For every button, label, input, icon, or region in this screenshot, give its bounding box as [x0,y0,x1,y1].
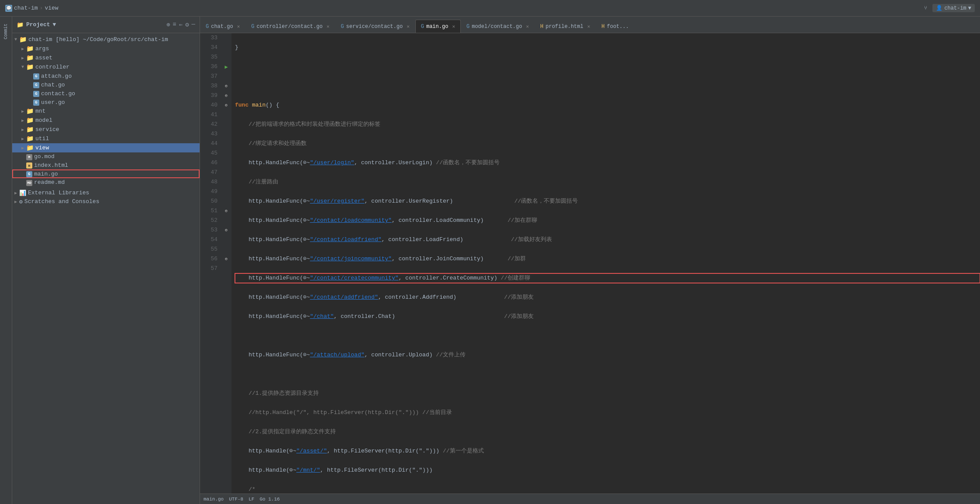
gutter-icons: ▶ ⊕ ⊕ ⊕ ⊕ ⊕ ⊕ [221,33,231,494]
tree-item-chat-go[interactable]: ▶ G chat.go [12,80,200,89]
tab-main-go[interactable]: G main.go ✕ [415,20,461,33]
user-name: chat-im [944,5,966,11]
code-line-44: http.HandleFunc(⊙~"/contact/joincommunit… [235,254,980,264]
expand-icon[interactable]: ≡ [173,21,176,28]
code-line-51: //1.提供静态资源目录支持 [235,389,980,398]
code-line-41: http.HandleFunc(⊙~"/user/register", cont… [235,197,980,206]
tree-item-index-html[interactable]: ▶ H index.html [12,161,200,170]
code-line-53: //2.提供指定目录的静态文件支持 [235,427,980,437]
commit-label[interactable]: Commit [3,24,8,39]
tree-label-util: util [35,135,49,142]
left-strip: Commit [0,17,12,504]
project-name: chat-im [14,5,38,11]
code-area[interactable]: } func main() { //把前端请求的格式和封装处理函数进行绑定的标签… [231,33,980,494]
line-num-51: 51 [202,206,217,216]
tab-controller-contact-go[interactable]: G controller/contact.go ✕ [245,20,335,33]
tab-close-service-contact[interactable]: ✕ [407,24,410,29]
line-num-33: 33 [202,33,217,43]
tree-item-main-go[interactable]: ▶ G main.go [12,169,200,178]
tab-label-foot: foot... [607,24,629,30]
tab-close-main-go[interactable]: ✕ [452,24,455,29]
tree-item-mnt[interactable]: ▶ 📁 mnt [12,107,200,116]
settings-icon[interactable]: ⚙ [185,21,189,28]
code-line-38: //绑定请求和处理函数 [235,139,980,148]
tab-icon-foot: H [601,24,604,30]
tab-model-contact-go[interactable]: G model/contact.go ✕ [461,20,535,33]
tab-service-contact-go[interactable]: G service/contact.go ✕ [335,20,415,33]
tab-close-controller-contact[interactable]: ✕ [327,24,330,29]
line-num-48: 48 [202,177,217,187]
tree-item-external-libs[interactable]: ▶ 📊 External Libraries [12,189,200,197]
tab-close-model-contact[interactable]: ✕ [526,24,529,29]
tree-label-scratches: Scratches and Consoles [24,198,100,205]
gutter-36-run[interactable]: ▶ [221,62,231,72]
gutter-56-bk: ⊕ [221,254,231,264]
tab-profile-html[interactable]: H profile.html ✕ [535,20,596,33]
folder-icon-root: 📁 [19,36,27,43]
vcs-icon[interactable]: ⑂ [924,5,927,11]
project-dropdown-icon[interactable]: ▼ [53,21,56,28]
scope-icon[interactable]: ⊕ [166,21,170,28]
tree-item-service[interactable]: ▶ 📁 service [12,125,200,134]
project-folder-icon: 📁 [17,21,24,28]
line-num-53: 53 [202,225,217,235]
app-icon: 💬 [5,5,12,12]
tree-arrow-service: ▶ [19,127,26,132]
breadcrumb-sep: › [40,5,43,11]
tab-close-chat-go[interactable]: ✕ [237,24,240,29]
line-num-35: 35 [202,52,217,62]
line-num-44: 44 [202,139,217,148]
gutter-49 [221,187,231,197]
minimize-icon[interactable]: ─ [192,21,195,28]
tab-icon-chat-go: G [206,24,209,30]
tree-item-util[interactable]: ▶ 📁 util [12,134,200,143]
tree-item-attach-go[interactable]: ▶ G attach.go [12,72,200,80]
tree-arrow-ext-libs: ▶ [12,190,19,196]
code-line-36: func main() { [235,100,980,110]
tab-icon-profile-html: H [540,24,543,30]
line-num-37: 37 [202,72,217,81]
line-num-46: 46 [202,158,217,168]
tab-foot[interactable]: H foot... [596,20,635,33]
tree-item-asset[interactable]: ▶ 📁 asset [12,53,200,62]
gutter-52 [221,216,231,225]
line-num-56: 56 [202,254,217,264]
tab-close-profile-html[interactable]: ✕ [587,24,590,29]
breadcrumb: 💬 chat-im › view [5,5,59,12]
code-line-42: http.HandleFunc(⊙~"/contact/loadcommunit… [235,216,980,225]
main-layout: Commit 📁 Project ▼ ⊕ ≡ ⇐ ⚙ ─ ▼ 📁 chat-im… [0,17,980,504]
tab-chat-go[interactable]: G chat.go ✕ [200,20,245,33]
tree-item-model[interactable]: ▶ 📁 model [12,116,200,125]
icon-chat-go: G [33,81,39,88]
tree-item-args[interactable]: ▶ 📁 args [12,44,200,53]
collapse-icon[interactable]: ⇐ [179,21,183,28]
folder-icon-args: 📁 [26,45,34,52]
tree-item-controller[interactable]: ▼ 📁 controller [12,62,200,72]
line-num-36: 36 [202,62,217,72]
project-panel: 📁 Project ▼ ⊕ ≡ ⇐ ⚙ ─ ▼ 📁 chat-im [hello… [12,17,200,504]
tree-arrow-model: ▶ [19,118,26,123]
editor-content[interactable]: 33 34 35 36 37 38 39 40 41 42 43 44 45 4… [200,33,980,494]
tab-label-profile-html: profile.html [545,24,583,30]
tree-item-scratches[interactable]: ▶ ⚙ Scratches and Consoles [12,197,200,206]
user-badge[interactable]: 👤 chat-im ▼ [932,4,975,12]
tree-arrow-scratches: ▶ [12,199,19,204]
bottom-go-version: Go 1.16 [259,497,280,502]
tab-bar: G chat.go ✕ G controller/contact.go ✕ G … [200,17,980,33]
tree-arrow-controller: ▼ [19,65,26,69]
line-num-49: 49 [202,187,217,197]
tree-item-go-mod[interactable]: ▶ M go.mod [12,152,200,161]
tree-item-contact-go[interactable]: ▶ G contact.go [12,89,200,98]
tree-item-readme-md[interactable]: ▶ MD readme.md [12,178,200,187]
code-line-49: http.HandleFunc(⊙~"/attach/upload", cont… [235,350,980,360]
tree-item-user-go[interactable]: ▶ G user.go [12,98,200,107]
tree-label-service: service [35,126,59,133]
tree-arrow-root: ▼ [12,37,19,42]
tree-arrow-view: ▶ [19,145,26,151]
panel-toolbar: ⊕ ≡ ⇐ ⚙ ─ [166,21,195,28]
gutter-40-bk: ⊕ [221,100,231,110]
folder-icon-util: 📁 [26,135,34,142]
tree-item-root[interactable]: ▼ 📁 chat-im [hello] ~/Code/goRoot/src/ch… [12,35,200,44]
code-line-37: //把前端请求的格式和封装处理函数进行绑定的标签 [235,120,980,129]
tree-item-view[interactable]: ▶ 📁 view [12,143,200,152]
